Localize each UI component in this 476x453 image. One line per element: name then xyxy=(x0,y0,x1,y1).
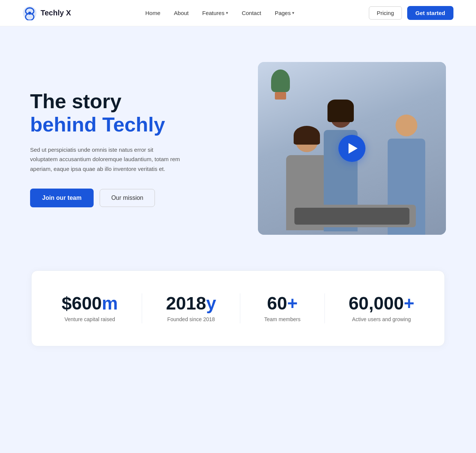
plant-leaves xyxy=(271,69,290,92)
nav-item-about[interactable]: About xyxy=(174,10,189,17)
svg-point-1 xyxy=(28,12,31,15)
logo[interactable]: Techly X xyxy=(23,6,71,20)
hero-title-line2: behind Techly xyxy=(30,113,165,136)
stat-number-founded: 2018y xyxy=(166,294,216,313)
stat-suffix-founded: y xyxy=(206,293,216,313)
logo-icon xyxy=(23,6,37,20)
brand-name: Techly X xyxy=(41,9,71,17)
person-2-hair xyxy=(327,100,354,122)
get-started-button[interactable]: Get started xyxy=(407,6,453,20)
stat-users: 60,000+ Active users and growing xyxy=(349,294,414,322)
person-1-hair xyxy=(294,126,320,145)
laptop-screen xyxy=(294,208,409,225)
stat-label-founded: Founded since 2018 xyxy=(166,316,216,322)
laptop xyxy=(288,205,416,227)
hero-content: The story behind Techly Sed ut perspicia… xyxy=(0,26,476,270)
stat-team: 60+ Team members xyxy=(264,294,300,322)
chevron-down-icon: ▾ xyxy=(226,11,228,15)
nav-right: Pricing Get started xyxy=(369,6,453,20)
stat-suffix-users: + xyxy=(404,293,414,313)
hero-right xyxy=(258,62,446,235)
nav-link-contact[interactable]: Contact xyxy=(242,10,261,16)
hero-title: The story behind Techly xyxy=(30,89,180,136)
hero-image xyxy=(258,62,446,235)
play-icon xyxy=(349,143,358,154)
plant-pot xyxy=(275,92,286,100)
nav-dropdown-features[interactable]: Features ▾ xyxy=(202,10,228,16)
nav-links: Home About Features ▾ Contact Pages ▾ xyxy=(146,10,295,17)
stat-divider-2 xyxy=(240,293,240,323)
join-team-button[interactable]: Join our team xyxy=(30,189,94,207)
nav-dropdown-pages[interactable]: Pages ▾ xyxy=(275,10,295,16)
our-mission-button[interactable]: Our mission xyxy=(100,189,155,207)
stat-label-users: Active users and growing xyxy=(349,316,414,322)
nav-link-home[interactable]: Home xyxy=(146,10,161,16)
plant-decoration xyxy=(269,69,292,100)
stats-section: $600m Venture capital raised 2018y Found… xyxy=(31,270,445,346)
nav-item-home[interactable]: Home xyxy=(146,10,161,17)
hero-section: The story behind Techly Sed ut perspicia… xyxy=(0,26,476,369)
stat-number-team: 60+ xyxy=(264,294,300,313)
nav-item-pages[interactable]: Pages ▾ xyxy=(275,10,295,16)
nav-link-about[interactable]: About xyxy=(174,10,189,16)
person-2-head xyxy=(330,107,351,128)
stat-number-capital: $600m xyxy=(62,294,118,313)
stat-suffix-capital: m xyxy=(102,293,118,313)
stat-label-capital: Venture capital raised xyxy=(62,316,118,322)
nav-item-contact[interactable]: Contact xyxy=(242,10,261,17)
person-1-head xyxy=(296,130,318,152)
person-3-head xyxy=(396,115,417,136)
stat-value-team: 60 xyxy=(267,293,287,313)
hero-left: The story behind Techly Sed ut perspicia… xyxy=(30,89,180,208)
pricing-button[interactable]: Pricing xyxy=(369,6,402,20)
stat-label-team: Team members xyxy=(264,316,300,322)
stat-value-founded: 2018 xyxy=(166,293,206,313)
stat-number-users: 60,000+ xyxy=(349,294,414,313)
chevron-down-icon-pages: ▾ xyxy=(292,11,294,15)
navbar: Techly X Home About Features ▾ Contact P… xyxy=(0,0,476,26)
play-button[interactable] xyxy=(338,135,365,162)
nav-item-features[interactable]: Features ▾ xyxy=(202,10,228,16)
stat-divider-1 xyxy=(142,293,142,323)
nav-link-pages[interactable]: Pages xyxy=(275,10,291,16)
stat-suffix-team: + xyxy=(287,293,298,313)
stat-founded: 2018y Founded since 2018 xyxy=(166,294,216,322)
hero-description: Sed ut perspiciatis unde omnis iste natu… xyxy=(30,145,180,174)
hero-buttons: Join our team Our mission xyxy=(30,189,180,207)
stat-value-capital: $600 xyxy=(62,293,102,313)
stat-divider-3 xyxy=(324,293,325,323)
stat-value-users: 60,000 xyxy=(349,293,404,313)
hero-title-line1: The story xyxy=(30,90,121,112)
nav-link-features[interactable]: Features xyxy=(202,10,224,16)
stat-venture-capital: $600m Venture capital raised xyxy=(62,294,118,322)
